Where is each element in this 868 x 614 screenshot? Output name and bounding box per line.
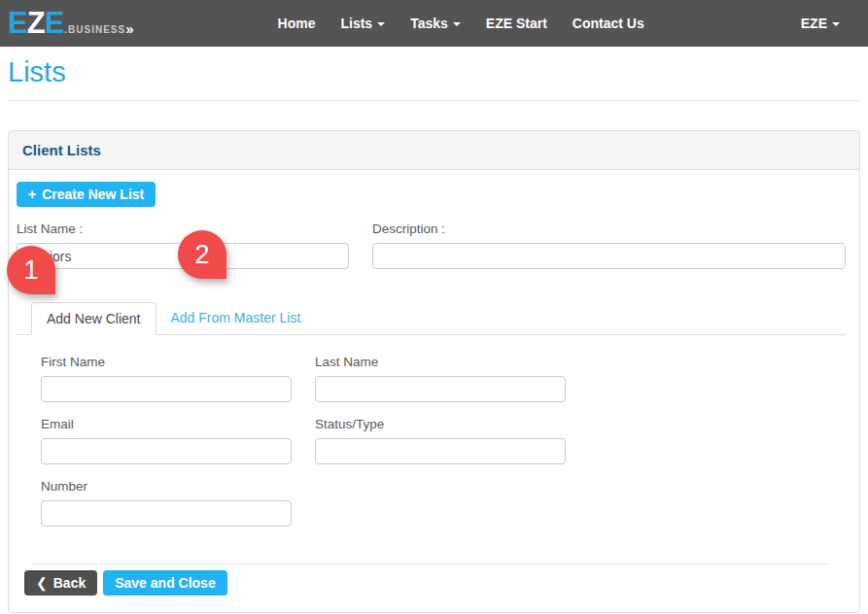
double-chevron-icon: » <box>125 21 133 37</box>
panel-heading: Client Lists <box>9 131 859 170</box>
caret-down-icon <box>377 22 385 26</box>
navbar-account: EZE <box>788 0 868 47</box>
title-divider <box>8 100 860 101</box>
plus-icon: + <box>28 188 36 201</box>
tab-add-from-master-list[interactable]: Add From Master List <box>156 302 316 334</box>
panel-body: + Create New List List Name : Descriptio… <box>9 170 859 596</box>
navbar-menu: Home Lists Tasks EZE Start Contact Us <box>265 0 657 47</box>
panel-footer: ❮ Back Save and Close <box>17 564 846 596</box>
add-new-client-tab-content: First Name Last Name Email Status/Type <box>17 335 846 527</box>
caret-down-icon <box>832 22 840 26</box>
tab-add-new-client[interactable]: Add New Client <box>31 302 156 335</box>
last-name-label: Last Name <box>315 355 566 369</box>
number-input[interactable] <box>41 500 292 527</box>
email-group: Email <box>41 417 292 464</box>
first-name-label: First Name <box>41 355 292 369</box>
account-menu-eze[interactable]: EZE <box>788 16 852 31</box>
back-button-label: Back <box>53 576 86 590</box>
top-navbar: EZE .BUSINESS » Home Lists Tasks EZE Sta… <box>0 0 868 47</box>
brand-logo[interactable]: EZE .BUSINESS » <box>0 10 134 37</box>
nav-item-contact-us[interactable]: Contact Us <box>560 0 657 47</box>
email-label: Email <box>41 417 292 431</box>
brand-suffix: .BUSINESS <box>64 24 125 37</box>
last-name-input[interactable] <box>315 376 566 402</box>
status-type-group: Status/Type <box>315 417 566 464</box>
last-name-group: Last Name <box>315 355 566 402</box>
client-tabs: Add New Client Add From Master List <box>17 302 846 335</box>
list-name-label: List Name : <box>17 222 349 236</box>
status-type-input[interactable] <box>315 438 566 464</box>
email-input[interactable] <box>41 438 292 464</box>
description-label: Description : <box>372 222 846 236</box>
number-group: Number <box>41 479 292 527</box>
save-and-close-label: Save and Close <box>115 576 216 590</box>
description-group: Description : <box>372 222 846 269</box>
nav-item-eze-start[interactable]: EZE Start <box>473 0 560 47</box>
nav-item-lists[interactable]: Lists <box>328 0 398 47</box>
list-meta-form: List Name : Description : <box>17 222 846 269</box>
chevron-left-icon: ❮ <box>36 576 48 590</box>
first-name-input[interactable] <box>41 376 292 402</box>
nav-item-home[interactable]: Home <box>265 0 329 47</box>
client-lists-panel: Client Lists + Create New List List Name… <box>8 130 860 613</box>
number-label: Number <box>41 479 292 494</box>
first-name-group: First Name <box>41 355 292 402</box>
nav-item-tasks[interactable]: Tasks <box>398 0 473 47</box>
brand-wordmark: EZE <box>8 10 63 37</box>
caret-down-icon <box>453 22 461 26</box>
page-title: Lists <box>8 56 860 88</box>
annotation-marker-2: 2 <box>178 230 226 279</box>
description-input[interactable] <box>372 243 846 269</box>
client-form: First Name Last Name Email Status/Type <box>41 355 846 527</box>
annotation-marker-1: 1 <box>7 246 55 294</box>
page-content: Lists Client Lists + Create New List Lis… <box>0 56 868 613</box>
back-button[interactable]: ❮ Back <box>24 570 97 596</box>
create-new-list-label: Create New List <box>42 188 144 201</box>
save-and-close-button[interactable]: Save and Close <box>103 570 227 596</box>
status-type-label: Status/Type <box>315 417 566 431</box>
create-new-list-button[interactable]: + Create New List <box>17 182 156 207</box>
